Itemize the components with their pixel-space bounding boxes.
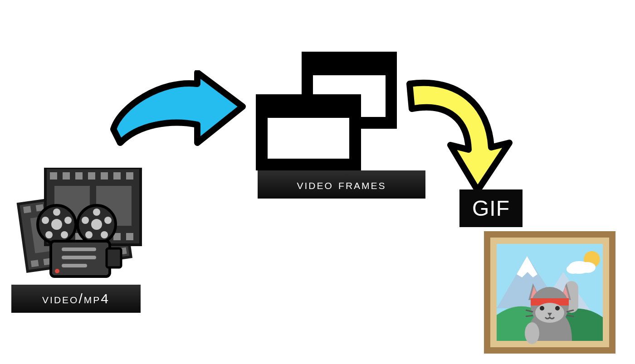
svg-point-68	[579, 262, 596, 273]
svg-point-69	[567, 265, 579, 274]
svg-point-48	[85, 231, 93, 238]
svg-point-37	[51, 219, 62, 230]
svg-point-39	[64, 217, 72, 224]
svg-point-79	[540, 306, 544, 311]
svg-rect-22	[50, 172, 57, 180]
video-mp4-label: video/mp4	[11, 285, 141, 313]
svg-line-85	[567, 315, 574, 316]
svg-point-41	[45, 231, 53, 238]
svg-point-42	[42, 217, 49, 224]
svg-rect-11	[31, 260, 39, 267]
svg-point-47	[101, 231, 108, 238]
framed-cat-picture-icon	[484, 231, 615, 358]
overlapping-windows-icon	[254, 50, 404, 174]
right-arrow-icon	[107, 70, 252, 176]
video-camera-and-film-icon	[9, 168, 145, 287]
curved-down-arrow-icon	[401, 75, 518, 204]
svg-rect-35	[126, 233, 133, 240]
svg-point-44	[91, 219, 102, 230]
svg-point-40	[61, 231, 68, 238]
svg-point-71	[525, 322, 539, 344]
svg-point-46	[104, 217, 112, 224]
svg-rect-54	[62, 264, 87, 267]
svg-point-45	[93, 209, 100, 216]
svg-point-55	[55, 269, 59, 273]
svg-point-80	[555, 306, 560, 311]
svg-rect-3	[23, 206, 31, 213]
svg-rect-24	[75, 172, 83, 180]
svg-rect-25	[88, 172, 95, 180]
svg-rect-23	[63, 172, 70, 180]
svg-point-49	[82, 217, 89, 224]
svg-rect-53	[62, 256, 96, 259]
svg-rect-52	[62, 248, 96, 251]
svg-point-38	[53, 209, 60, 216]
gif-label: GIF	[459, 189, 523, 227]
svg-rect-51	[107, 248, 121, 267]
svg-rect-59	[268, 118, 349, 159]
svg-line-83	[526, 315, 533, 316]
